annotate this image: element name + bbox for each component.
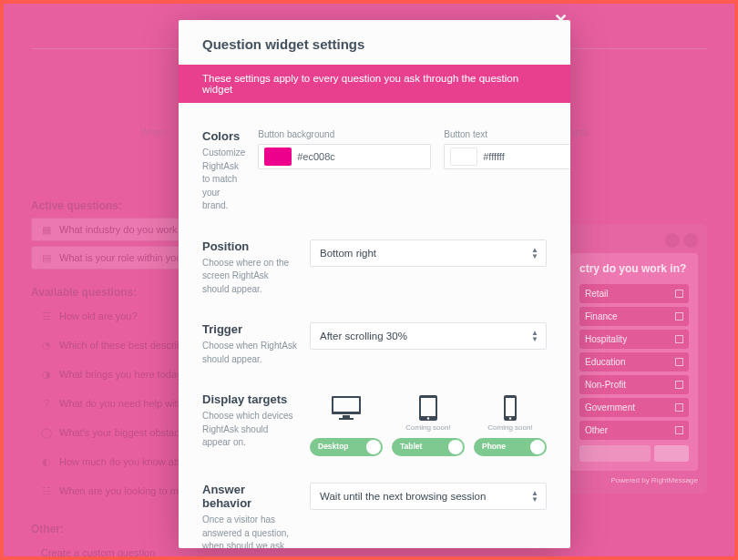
toggle-phone[interactable]: Phone xyxy=(474,438,547,456)
color-input-bg[interactable] xyxy=(258,144,431,169)
color-input-text[interactable] xyxy=(444,144,570,169)
section-desc: Choose which devices RightAsk should app… xyxy=(202,410,297,450)
toggle-tablet[interactable]: Tablet xyxy=(392,438,465,456)
chevron-updown-icon: ▲▼ xyxy=(531,247,538,260)
section-colors: Colors Customize RightAsk to match your … xyxy=(202,110,547,220)
section-heading: Answer behavior xyxy=(202,483,297,510)
modal-scroll[interactable]: Question widget settings These settings … xyxy=(179,20,570,548)
swatch-icon[interactable] xyxy=(264,148,292,166)
modal-banner: These settings apply to every question y… xyxy=(179,65,570,103)
section-answer: Answer behavior Once a visitor has answe… xyxy=(202,463,547,548)
color-hex-input[interactable] xyxy=(297,151,430,162)
desktop-icon xyxy=(310,392,383,422)
target-desktop: Desktop xyxy=(310,392,383,456)
target-phone: Coming soon! Phone xyxy=(474,392,547,456)
field-label: Button background xyxy=(258,129,431,139)
section-desc: Once a visitor has answered a question, … xyxy=(202,514,297,548)
section-heading: Colors xyxy=(202,129,245,143)
modal-title: Question widget settings xyxy=(179,20,570,65)
color-hex-input[interactable] xyxy=(483,151,570,162)
swatch-icon[interactable] xyxy=(450,148,477,166)
select-value: Bottom right xyxy=(320,248,376,259)
chevron-updown-icon: ▲▼ xyxy=(531,330,538,342)
toggle-desktop[interactable]: Desktop xyxy=(310,438,383,456)
section-desc: Customize RightAsk to match your brand. xyxy=(202,147,245,213)
svg-rect-2 xyxy=(343,415,350,418)
svg-rect-1 xyxy=(333,398,359,412)
section-heading: Display targets xyxy=(202,392,297,406)
target-tablet: Coming soon! Tablet xyxy=(392,392,465,456)
svg-point-6 xyxy=(427,417,429,419)
section-trigger: Trigger Choose when RightAsk should appe… xyxy=(202,303,547,373)
svg-rect-5 xyxy=(421,398,436,416)
section-desc: Choose when RightAsk should appear. xyxy=(202,340,297,366)
coming-soon-label: Coming soon! xyxy=(474,423,547,434)
select-value: Wait until the next browsing session xyxy=(320,491,486,502)
svg-point-9 xyxy=(509,417,511,419)
select-value: After scrolling 30% xyxy=(320,331,407,341)
phone-icon xyxy=(474,392,547,422)
position-select[interactable]: Bottom right ▲▼ xyxy=(310,239,547,267)
section-position: Position Choose where on the screen Righ… xyxy=(202,220,547,304)
settings-modal: Question widget settings These settings … xyxy=(179,20,570,548)
svg-rect-3 xyxy=(339,418,354,420)
svg-rect-8 xyxy=(506,398,515,416)
section-targets: Display targets Choose which devices Rig… xyxy=(202,373,547,463)
section-desc: Choose where on the screen RightAsk shou… xyxy=(202,257,297,297)
chevron-updown-icon: ▲▼ xyxy=(531,490,538,503)
answer-select[interactable]: Wait until the next browsing session ▲▼ xyxy=(310,483,547,510)
coming-soon-label xyxy=(310,423,383,434)
section-heading: Trigger xyxy=(202,322,297,336)
coming-soon-label: Coming soon! xyxy=(392,423,465,434)
trigger-select[interactable]: After scrolling 30% ▲▼ xyxy=(310,322,547,350)
section-heading: Position xyxy=(202,239,297,253)
tablet-icon xyxy=(392,392,465,422)
field-label: Button text xyxy=(444,129,570,139)
